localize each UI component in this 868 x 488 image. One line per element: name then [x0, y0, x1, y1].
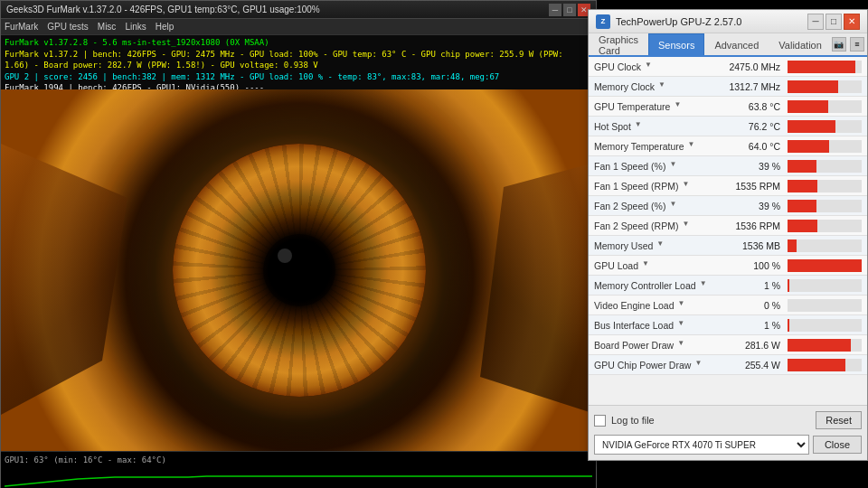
sensor-name-10: GPU Load ▼ — [589, 259, 722, 272]
sensor-bar-4 — [788, 140, 829, 153]
gpuz-titlebar-controls: ─ □ ✕ — [807, 14, 860, 30]
menu-icon[interactable]: ≡ — [850, 37, 864, 52]
menu-help[interactable]: Help — [156, 22, 175, 32]
furmark-window: Geeks3D FurMark v.1.37.2.0 - 426FPS, GPU… — [0, 0, 597, 488]
tab-validation[interactable]: Validation — [769, 33, 832, 55]
sensor-dropdown-15[interactable]: ▼ — [694, 359, 707, 371]
sensor-value-1: 1312.7 MHz — [722, 81, 788, 92]
sensor-name-13: Bus Interface Load ▼ — [589, 319, 722, 332]
pupil-highlight — [278, 249, 292, 263]
sensor-name-7: Fan 2 Speed (%) ▼ — [589, 200, 722, 212]
furmark-maximize-button[interactable]: □ — [563, 4, 576, 16]
sensor-bar-container-13 — [788, 319, 862, 332]
sensor-dropdown-3[interactable]: ▼ — [635, 120, 647, 133]
furmark-minimize-button[interactable]: ─ — [549, 4, 561, 16]
info-line-3: FurMark 1994 | bench: 426FPS - GPU1: NVi… — [5, 82, 592, 89]
sensor-value-3: 76.2 °C — [722, 121, 788, 132]
furmark-menu: FurMark GPU tests Misc Links Help — [1, 19, 596, 35]
sensor-bar-3 — [788, 120, 835, 133]
sensor-dropdown-8[interactable]: ▼ — [682, 220, 694, 232]
sensor-bar-container-6 — [788, 180, 862, 192]
gpuz-minimize-button[interactable]: ─ — [807, 14, 824, 30]
sensor-row-14: Board Power Draw ▼ 281.6 W — [589, 335, 867, 355]
sensor-bar-2 — [788, 100, 828, 113]
sensor-value-4: 64.0 °C — [722, 141, 788, 152]
sensor-row-12: Video Engine Load ▼ 0 % — [589, 296, 867, 315]
gpuz-close-button[interactable]: ✕ — [844, 14, 860, 30]
menu-furmark[interactable]: FurMark — [5, 22, 38, 32]
sensor-name-8: Fan 2 Speed (RPM) ▼ — [589, 220, 722, 232]
camera-icon[interactable]: 📷 — [832, 37, 846, 52]
sensor-dropdown-0[interactable]: ▼ — [645, 61, 657, 73]
sensor-bar-6 — [788, 180, 817, 192]
temperature-graph-svg — [5, 466, 592, 488]
sensor-bar-14 — [788, 339, 851, 352]
gpuz-log-row: Log to file Reset — [594, 411, 862, 429]
gpuz-window: Z TechPowerUp GPU-Z 2.57.0 ─ □ ✕ Graphic… — [588, 9, 868, 461]
sensor-row-3: Hot Spot ▼ 76.2 °C — [589, 117, 867, 136]
gpuz-title: TechPowerUp GPU-Z 2.57.0 — [616, 16, 807, 27]
sensor-dropdown-2[interactable]: ▼ — [674, 100, 686, 113]
eye-pupil — [263, 234, 335, 306]
sensor-dropdown-7[interactable]: ▼ — [669, 200, 682, 212]
gpuz-close-panel-button[interactable]: Close — [813, 436, 862, 454]
sensor-bar-1 — [788, 80, 838, 93]
sensor-dropdown-12[interactable]: ▼ — [678, 299, 691, 312]
device-select[interactable]: NVIDIA GeForce RTX 4070 Ti SUPER — [594, 435, 809, 455]
sensor-dropdown-4[interactable]: ▼ — [688, 140, 701, 153]
sensor-bar-container-2 — [788, 100, 862, 113]
sensor-value-2: 63.8 °C — [722, 101, 788, 112]
sensor-row-4: Memory Temperature ▼ 64.0 °C — [589, 136, 867, 156]
sensor-bar-container-3 — [788, 120, 862, 133]
sensor-row-1: Memory Clock ▼ 1312.7 MHz — [589, 77, 867, 97]
gpuz-maximize-button[interactable]: □ — [826, 14, 842, 30]
sensor-name-9: Memory Used ▼ — [589, 239, 722, 252]
sensor-row-7: Fan 2 Speed (%) ▼ 39 % — [589, 196, 867, 216]
sensor-value-15: 255.4 W — [722, 360, 788, 371]
sensor-bar-0 — [788, 61, 855, 73]
sensor-value-11: 1 % — [722, 280, 788, 291]
sensor-bar-container-4 — [788, 140, 862, 153]
sensor-dropdown-5[interactable]: ▼ — [669, 160, 682, 173]
sensors-table: GPU Clock ▼ 2475.0 MHz Memory Clock ▼ 13… — [589, 57, 867, 375]
sensor-bar-container-7 — [788, 200, 862, 212]
sensor-dropdown-14[interactable]: ▼ — [677, 339, 690, 352]
furmark-info-bar: FurMark v1.37.2.8 - 5.6 ms-in-test_1920x… — [1, 35, 596, 89]
tab-sensors[interactable]: Sensors — [648, 33, 704, 55]
gpuz-titlebar: Z TechPowerUp GPU-Z 2.57.0 ─ □ ✕ — [589, 10, 867, 33]
menu-misc[interactable]: Misc — [98, 22, 117, 32]
sensor-dropdown-13[interactable]: ▼ — [677, 319, 690, 332]
sensor-value-5: 39 % — [722, 161, 788, 172]
sensor-name-11: Memory Controller Load ▼ — [589, 279, 722, 292]
sensor-bar-8 — [788, 220, 817, 232]
sensor-row-11: Memory Controller Load ▼ 1 % — [589, 276, 867, 296]
sensor-bar-15 — [788, 359, 845, 371]
menu-links[interactable]: Links — [125, 22, 146, 32]
sensor-bar-container-12 — [788, 299, 862, 312]
gpuz-tabs: Graphics Card Sensors Advanced Validatio… — [589, 33, 867, 57]
sensor-value-13: 1 % — [722, 320, 788, 331]
gpuz-bottom: Log to file Reset NVIDIA GeForce RTX 407… — [589, 405, 867, 460]
graph-area — [5, 466, 592, 488]
tab-graphics-card[interactable]: Graphics Card — [589, 33, 648, 55]
sensor-row-0: GPU Clock ▼ 2475.0 MHz — [589, 57, 867, 77]
reset-button[interactable]: Reset — [816, 411, 862, 429]
sensor-dropdown-6[interactable]: ▼ — [682, 180, 694, 192]
sensors-content: GPU Clock ▼ 2475.0 MHz Memory Clock ▼ 13… — [589, 57, 867, 389]
sensor-dropdown-10[interactable]: ▼ — [642, 259, 655, 272]
sensor-bar-container-1 — [788, 80, 862, 93]
log-checkbox[interactable] — [594, 415, 606, 427]
tab-advanced[interactable]: Advanced — [704, 33, 769, 55]
sensor-dropdown-9[interactable]: ▼ — [656, 239, 669, 252]
furmark-canvas — [1, 89, 598, 451]
sensor-dropdown-11[interactable]: ▼ — [700, 279, 712, 292]
sensor-bar-container-8 — [788, 220, 862, 232]
sensor-dropdown-1[interactable]: ▼ — [658, 80, 671, 93]
sensor-row-2: GPU Temperature ▼ 63.8 °C — [589, 97, 867, 117]
gpuz-tab-actions: 📷 ≡ — [832, 33, 868, 55]
menu-gpu-tests[interactable]: GPU tests — [47, 22, 89, 32]
sensor-value-7: 39 % — [722, 201, 788, 211]
sensor-bar-container-5 — [788, 160, 862, 173]
sensor-bar-container-9 — [788, 239, 862, 252]
sensor-row-8: Fan 2 Speed (RPM) ▼ 1536 RPM — [589, 216, 867, 236]
